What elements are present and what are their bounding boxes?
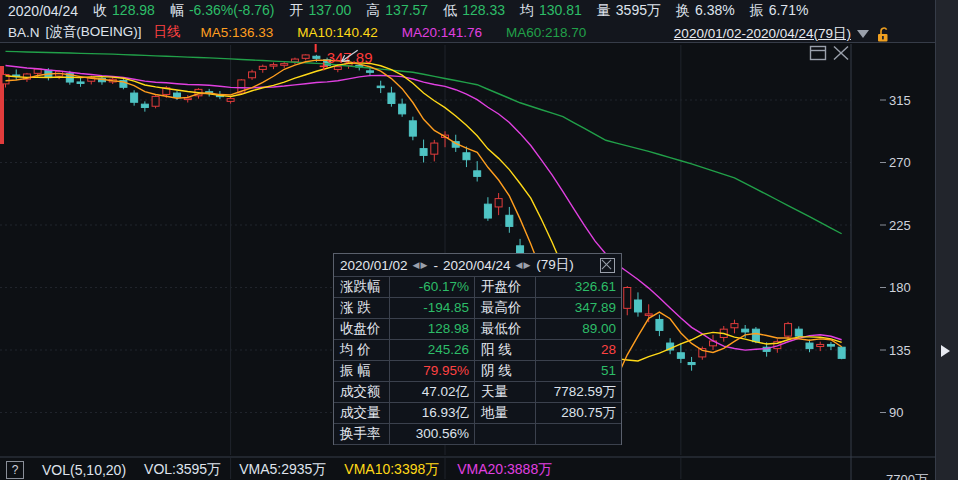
svg-text:180: 180 [889, 280, 911, 295]
symbol-code: BA.N [8, 25, 40, 40]
unlocked-padlock-icon[interactable] [875, 26, 892, 43]
stats-row: 涨 跌-194.85 最高价347.89 [334, 298, 621, 319]
stats-row: 收盘价128.98 最低价89.00 [334, 319, 621, 340]
vol-value: VOL:3595万 [144, 461, 221, 479]
start-date-stepper[interactable]: ◀▶ [413, 260, 429, 270]
vma20-value: VMA20:3888万 [457, 461, 552, 479]
ma20-label: MA20:141.76 [402, 25, 482, 40]
stats-start-date: 2020/01/02 [340, 258, 408, 273]
restore-window-icon[interactable] [809, 45, 827, 61]
quote-field-volume: 量3595万 [597, 2, 661, 20]
close-icon[interactable] [832, 45, 850, 61]
stats-row: 成交量16.93亿 地量280.75万 [334, 403, 621, 424]
expand-panel-arrow-icon[interactable] [941, 345, 950, 357]
ma10-label: MA10:140.42 [297, 25, 377, 40]
date-range-control[interactable]: 2020/01/02-2020/04/24(79日) [674, 25, 892, 43]
stats-end-date: 2020/04/24 [443, 258, 511, 273]
stats-day-count: (79日) [536, 256, 574, 274]
period-label[interactable]: 日线 [154, 23, 181, 41]
quote-field-high: 高137.57 [366, 2, 428, 20]
vma10-value: VMA10:3398万 [344, 461, 439, 479]
quote-field-amplitude: 振6.71% [750, 2, 809, 20]
symbol-name: [波音(BOEING)] [46, 23, 142, 41]
quote-field-avg: 均130.81 [520, 2, 582, 20]
svg-text:90: 90 [889, 405, 903, 420]
stats-row: 均 价245.26 阳 线28 [334, 340, 621, 361]
quote-field-close: 收128.98 [93, 2, 155, 20]
stats-row: 成交额47.02亿 天量7782.59万 [334, 382, 621, 403]
svg-text:135: 135 [889, 343, 911, 358]
quote-field-low: 低128.33 [443, 2, 505, 20]
close-icon[interactable] [600, 258, 615, 273]
help-icon[interactable]: ? [6, 461, 24, 479]
chart-window-controls [809, 45, 850, 61]
ma5-label: MA5:136.33 [201, 25, 274, 40]
end-date-stepper[interactable]: ◀▶ [516, 260, 532, 270]
stats-row: 涨跌幅-60.17% 开盘价326.61 [334, 277, 621, 298]
trading-app-window: 2020/04/24 收128.98 幅-6.36%(-8.76) 开137.0… [0, 0, 958, 480]
quote-field-change: 幅-6.36%(-8.76) [170, 2, 275, 20]
quote-summary-bar: 2020/04/24 收128.98 幅-6.36%(-8.76) 开137.0… [0, 0, 935, 22]
quote-field-open: 开137.00 [290, 2, 352, 20]
quote-date: 2020/04/24 [8, 3, 78, 19]
ma60-label: MA60:218.70 [506, 25, 586, 40]
stats-panel-header: 2020/01/02 ◀▶ - 2020/04/24 ◀▶ (79日) [334, 254, 621, 277]
stats-row: 振 幅79.95% 阴 线51 [334, 361, 621, 382]
stats-row: 换手率300.56% [334, 424, 621, 445]
right-panel-strip [935, 0, 958, 480]
peak-price-annotation: 347.89 [327, 49, 373, 66]
period-stats-panel: 2020/01/02 ◀▶ - 2020/04/24 ◀▶ (79日) 涨跌幅-… [333, 253, 622, 445]
volume-indicator-bar: ? VOL(5,10,20) VOL:3595万 VMA5:2935万 VMA1… [0, 459, 935, 480]
ma-legend: MA5:136.33 MA10:140.42 MA20:141.76 MA60:… [201, 25, 587, 40]
vol-indicator-name[interactable]: VOL(5,10,20) [42, 462, 126, 478]
svg-text:270: 270 [889, 155, 911, 170]
svg-text:225: 225 [889, 218, 911, 233]
chevron-down-icon[interactable] [857, 30, 869, 38]
vma5-value: VMA5:2935万 [239, 461, 326, 479]
quote-field-turnover: 换6.38% [676, 2, 735, 20]
svg-text:315: 315 [889, 93, 911, 108]
volume-axis-label: 7700万 [886, 471, 928, 480]
date-range-label[interactable]: 2020/01/02-2020/04/24(79日) [674, 25, 851, 43]
date-separator: - [433, 258, 438, 273]
